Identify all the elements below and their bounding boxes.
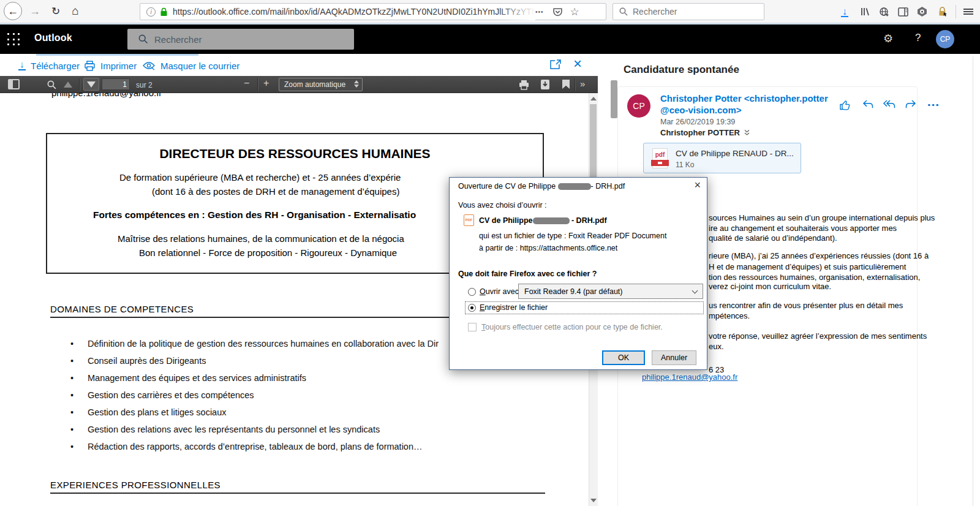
help-icon[interactable]: ? — [915, 32, 921, 44]
sender-name[interactable]: Christopher Potter <christopher.potter — [660, 93, 828, 104]
pdf-doc-line: (dont 16 à des postes de DRH et de manag… — [152, 186, 399, 197]
forward-icon — [905, 99, 917, 110]
outlook-header: Outlook ⚙ ? CP — [0, 25, 980, 54]
home-icon: ⌂ — [72, 4, 78, 18]
sidebar-toggle-icon[interactable] — [896, 5, 910, 18]
downloads-icon[interactable]: ↓ — [838, 5, 851, 18]
search-icon — [138, 34, 148, 44]
library-icon[interactable] — [858, 5, 872, 18]
download-attachment-button[interactable]: ↓ Télécharger — [18, 58, 80, 74]
separator — [575, 78, 575, 91]
close-preview-button[interactable]: × — [573, 55, 582, 72]
pdf-bullet: •Gestion des carrières et des compétence… — [70, 390, 254, 400]
pdf-section-title: EXPERIENCES PROFESSIONNELLES — [50, 480, 221, 490]
home-button[interactable]: ⌂ — [66, 2, 85, 20]
scroll-up-icon[interactable] — [590, 97, 597, 100]
pdf-print-icon[interactable] — [518, 80, 530, 90]
save-file-radio[interactable] — [468, 304, 476, 312]
pocket-icon[interactable] — [552, 7, 563, 17]
like-button[interactable] — [839, 99, 853, 111]
pdf-next-page-button[interactable] — [83, 78, 99, 91]
forward-icon: → — [29, 5, 40, 18]
pdf-prev-page-button[interactable] — [64, 81, 72, 88]
forward-button[interactable]: → — [26, 2, 44, 20]
open-with-radio[interactable] — [468, 288, 476, 296]
pdf-search-icon[interactable] — [47, 80, 56, 89]
ellipsis-icon: … — [927, 94, 940, 108]
account-avatar[interactable]: CP — [936, 30, 954, 48]
search-icon — [619, 7, 628, 16]
always-do-label: Toujours effectuer cette action pour ce … — [481, 323, 663, 331]
email-body-fragment: sources Humaines au sein d’un groupe int… — [709, 213, 935, 222]
bookmark-star-icon[interactable]: ☆ — [570, 6, 579, 18]
open-with-value: Foxit Reader 9.4 (par défaut) — [524, 287, 623, 296]
forward-button[interactable] — [905, 99, 918, 111]
pdf-zoom-in-button[interactable]: + — [263, 78, 269, 89]
app-launcher-icon[interactable] — [7, 33, 21, 47]
dialog-file-source: à partir de : https://attachments.office… — [479, 244, 617, 252]
ok-button[interactable]: OK — [602, 350, 645, 365]
outlook-search-input[interactable] — [154, 34, 326, 45]
email-body-fragment: votre réponse, veuillez agréer l’express… — [709, 331, 927, 341]
email-link[interactable]: philippe.1renaud@yahoo.fr — [642, 372, 737, 382]
pdf-sidebar-toggle[interactable] — [8, 79, 20, 89]
reply-button[interactable] — [862, 99, 875, 111]
dialog-close-button[interactable]: × — [694, 179, 701, 191]
pdf-page-input[interactable] — [102, 78, 130, 90]
reload-button[interactable]: ↻ — [47, 2, 65, 20]
email-recipient[interactable]: Christopher POTTER — [660, 128, 750, 137]
pdf-more-tools-icon[interactable]: » — [580, 78, 585, 89]
expand-chevrons-icon[interactable] — [744, 129, 750, 136]
page-actions-icon[interactable]: ••• — [535, 9, 544, 15]
reply-icon — [862, 99, 874, 110]
attachment-card[interactable]: pdf CV de Philippe RENAUD - DR... 11 Ko — [643, 143, 801, 173]
url-text: https://outlook.office.com/mail/inbox/id… — [173, 7, 534, 17]
dialog-intro: Vous avez choisi d’ouvrir : — [458, 201, 547, 210]
outlook-search-box[interactable] — [127, 29, 354, 50]
email-body-fragment: mpétences. — [709, 311, 750, 320]
cancel-button[interactable]: Annuler — [652, 350, 696, 365]
pdf-download-icon[interactable] — [540, 79, 550, 90]
active-tab-indicator — [36, 54, 198, 56]
services-globe-icon[interactable] — [877, 5, 891, 18]
scroll-down-icon[interactable] — [590, 499, 597, 502]
back-button[interactable]: ← — [4, 2, 22, 20]
save-file-label[interactable]: Enregistrer le fichier — [480, 303, 548, 312]
extension-lock-icon[interactable] — [936, 5, 949, 18]
reply-all-icon — [883, 99, 896, 110]
url-bar[interactable]: i https://outlook.office.com/mail/inbox/… — [140, 3, 606, 20]
email-date: Mar 26/02/2019 19:39 — [660, 118, 735, 126]
open-with-select[interactable]: Foxit Reader 9.4 (par défaut) — [518, 284, 703, 299]
separator — [257, 78, 258, 91]
open-with-label[interactable]: Ouvrir avec — [480, 287, 519, 296]
email-body-fragment: H et de management d’équipes) et suis pa… — [709, 262, 906, 271]
reading-pane-scroll-track — [973, 56, 973, 506]
pdf-zoom-select[interactable]: Zoom automatique — [279, 78, 363, 91]
open-in-new-window-button[interactable] — [549, 59, 562, 72]
browser-search-bar[interactable] — [612, 3, 764, 20]
reply-all-button[interactable] — [883, 99, 896, 111]
site-info-icon[interactable]: i — [146, 7, 156, 17]
sender-avatar[interactable]: CP — [627, 94, 650, 118]
pdf-toolbar: sur 2 − + Zoom automatique » — [0, 76, 598, 93]
settings-gear-icon[interactable]: ⚙ — [883, 32, 893, 45]
email-subject: Candidature spontanée — [624, 64, 739, 76]
reading-pane-scrollbar-thumb[interactable] — [611, 80, 617, 118]
browser-search-input[interactable] — [633, 7, 743, 17]
always-do-checkbox[interactable] — [468, 323, 477, 331]
download-label: Télécharger — [31, 61, 80, 71]
pdf-bookmark-icon[interactable] — [562, 80, 570, 89]
extension-eye-icon[interactable] — [915, 5, 929, 18]
hide-mail-button[interactable]: Masquer le courrier — [142, 58, 239, 74]
attachment-name: CV de Philippe RENAUD - DR... — [676, 149, 794, 158]
download-icon: ↓ — [18, 61, 26, 70]
sender-address[interactable]: @ceo-vision.com> — [660, 105, 742, 115]
file-open-dialog: Ouverture de CV de Philippe - DRH.pdf × … — [449, 177, 707, 370]
more-actions-button[interactable]: … — [927, 94, 940, 107]
pdf-zoom-out-button[interactable]: − — [244, 78, 249, 89]
dialog-question: Que doit faire Firefox avec ce fichier ? — [458, 270, 597, 278]
print-attachment-button[interactable]: Imprimer — [84, 58, 137, 74]
menu-icon[interactable] — [962, 5, 975, 18]
email-body-fragment: verez ci-joint mon curriculum vitae. — [709, 282, 831, 291]
pdf-bullet: •Management des équipes et des services … — [70, 373, 306, 383]
